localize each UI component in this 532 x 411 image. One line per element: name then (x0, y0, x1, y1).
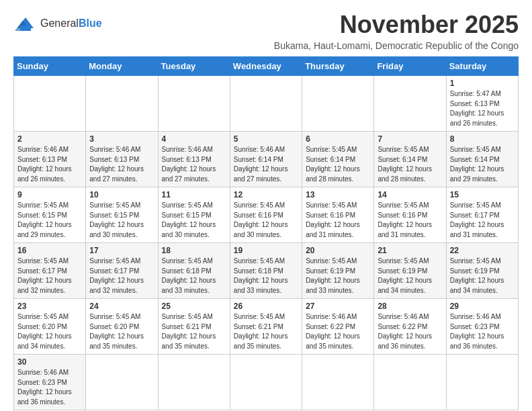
day-info: Sunrise: 5:45 AM Sunset: 6:19 PM Dayligh… (450, 257, 515, 295)
day-number: 29 (450, 302, 515, 311)
day-info: Sunrise: 5:45 AM Sunset: 6:17 PM Dayligh… (89, 257, 154, 295)
day-info: Sunrise: 5:45 AM Sunset: 6:17 PM Dayligh… (17, 257, 82, 295)
day-number: 11 (162, 190, 226, 199)
calendar-cell: 13Sunrise: 5:45 AM Sunset: 6:16 PM Dayli… (302, 187, 374, 243)
day-info: Sunrise: 5:46 AM Sunset: 6:23 PM Dayligh… (450, 312, 515, 351)
calendar-week-row: 1Sunrise: 5:47 AM Sunset: 6:13 PM Daylig… (14, 76, 519, 132)
day-info: Sunrise: 5:45 AM Sunset: 6:14 PM Dayligh… (450, 145, 515, 184)
calendar-cell (374, 355, 446, 410)
weekday-header-sunday: Sunday (14, 57, 86, 76)
day-number: 21 (378, 246, 442, 255)
day-number: 14 (378, 190, 442, 199)
day-number: 23 (17, 302, 82, 311)
calendar-cell: 15Sunrise: 5:45 AM Sunset: 6:17 PM Dayli… (446, 187, 518, 243)
subtitle: Bukama, Haut-Lomami, Democratic Republic… (274, 40, 519, 51)
day-info: Sunrise: 5:47 AM Sunset: 6:13 PM Dayligh… (450, 89, 515, 128)
weekday-header-friday: Friday (374, 57, 446, 76)
calendar-cell: 10Sunrise: 5:45 AM Sunset: 6:15 PM Dayli… (86, 187, 158, 243)
day-number: 20 (306, 246, 370, 255)
day-number: 12 (234, 190, 298, 199)
day-info: Sunrise: 5:45 AM Sunset: 6:19 PM Dayligh… (378, 257, 442, 295)
calendar-cell: 8Sunrise: 5:45 AM Sunset: 6:14 PM Daylig… (446, 132, 518, 187)
day-info: Sunrise: 5:45 AM Sunset: 6:16 PM Dayligh… (306, 201, 370, 240)
day-number: 1 (450, 79, 515, 88)
day-number: 16 (17, 246, 82, 255)
day-info: Sunrise: 5:45 AM Sunset: 6:17 PM Dayligh… (450, 201, 515, 240)
calendar-cell: 17Sunrise: 5:45 AM Sunset: 6:17 PM Dayli… (86, 243, 158, 299)
day-number: 4 (162, 134, 226, 144)
calendar-cell: 27Sunrise: 5:46 AM Sunset: 6:22 PM Dayli… (302, 299, 374, 355)
day-number: 8 (450, 134, 515, 144)
day-number: 3 (89, 134, 154, 144)
day-info: Sunrise: 5:45 AM Sunset: 6:20 PM Dayligh… (17, 312, 82, 351)
title-block: November 2025 Bukama, Haut-Lomami, Democ… (274, 11, 519, 51)
weekday-header-tuesday: Tuesday (158, 57, 230, 76)
weekday-header-monday: Monday (86, 57, 158, 76)
calendar-cell: 9Sunrise: 5:45 AM Sunset: 6:15 PM Daylig… (14, 187, 86, 243)
page-header: GeneralBlue November 2025 Bukama, Haut-L… (13, 11, 519, 51)
calendar-cell (158, 76, 230, 132)
calendar-cell: 23Sunrise: 5:45 AM Sunset: 6:20 PM Dayli… (14, 299, 86, 355)
day-info: Sunrise: 5:46 AM Sunset: 6:22 PM Dayligh… (306, 312, 370, 351)
day-info: Sunrise: 5:45 AM Sunset: 6:16 PM Dayligh… (234, 201, 298, 240)
calendar-cell (446, 355, 518, 410)
day-info: Sunrise: 5:46 AM Sunset: 6:13 PM Dayligh… (162, 145, 226, 184)
logo-text: GeneralBlue (40, 17, 102, 30)
calendar-cell: 24Sunrise: 5:45 AM Sunset: 6:20 PM Dayli… (86, 299, 158, 355)
calendar-cell: 14Sunrise: 5:45 AM Sunset: 6:16 PM Dayli… (374, 187, 446, 243)
weekday-header-thursday: Thursday (302, 57, 374, 76)
calendar-cell (230, 76, 302, 132)
calendar-cell (14, 76, 86, 132)
day-number: 9 (17, 190, 82, 199)
day-info: Sunrise: 5:45 AM Sunset: 6:16 PM Dayligh… (378, 201, 442, 240)
calendar-cell: 22Sunrise: 5:45 AM Sunset: 6:19 PM Dayli… (446, 243, 518, 299)
day-number: 6 (306, 134, 370, 144)
calendar-table: SundayMondayTuesdayWednesdayThursdayFrid… (13, 56, 519, 410)
calendar-cell: 3Sunrise: 5:46 AM Sunset: 6:13 PM Daylig… (86, 132, 158, 187)
day-info: Sunrise: 5:45 AM Sunset: 6:15 PM Dayligh… (89, 201, 154, 240)
day-info: Sunrise: 5:45 AM Sunset: 6:19 PM Dayligh… (306, 257, 370, 295)
day-number: 22 (450, 246, 515, 255)
weekday-header-row: SundayMondayTuesdayWednesdayThursdayFrid… (14, 57, 519, 76)
calendar-cell: 7Sunrise: 5:45 AM Sunset: 6:14 PM Daylig… (374, 132, 446, 187)
calendar-cell: 28Sunrise: 5:46 AM Sunset: 6:22 PM Dayli… (374, 299, 446, 355)
calendar-cell: 29Sunrise: 5:46 AM Sunset: 6:23 PM Dayli… (446, 299, 518, 355)
day-info: Sunrise: 5:45 AM Sunset: 6:21 PM Dayligh… (162, 312, 226, 351)
day-info: Sunrise: 5:45 AM Sunset: 6:15 PM Dayligh… (17, 201, 82, 240)
calendar-cell: 1Sunrise: 5:47 AM Sunset: 6:13 PM Daylig… (446, 76, 518, 132)
calendar-week-row: 2Sunrise: 5:46 AM Sunset: 6:13 PM Daylig… (14, 132, 519, 187)
calendar-cell: 11Sunrise: 5:45 AM Sunset: 6:15 PM Dayli… (158, 187, 230, 243)
calendar-week-row: 16Sunrise: 5:45 AM Sunset: 6:17 PM Dayli… (14, 243, 519, 299)
weekday-header-wednesday: Wednesday (230, 57, 302, 76)
day-info: Sunrise: 5:45 AM Sunset: 6:20 PM Dayligh… (89, 312, 154, 351)
day-info: Sunrise: 5:45 AM Sunset: 6:21 PM Dayligh… (234, 312, 298, 351)
day-info: Sunrise: 5:46 AM Sunset: 6:13 PM Dayligh… (89, 145, 154, 184)
logo-icon (13, 13, 38, 34)
day-number: 18 (162, 246, 226, 255)
day-number: 24 (89, 302, 154, 311)
day-info: Sunrise: 5:45 AM Sunset: 6:18 PM Dayligh… (162, 257, 226, 295)
day-number: 28 (378, 302, 442, 311)
calendar-cell: 12Sunrise: 5:45 AM Sunset: 6:16 PM Dayli… (230, 187, 302, 243)
day-info: Sunrise: 5:45 AM Sunset: 6:15 PM Dayligh… (162, 201, 226, 240)
day-number: 2 (17, 134, 82, 144)
calendar-cell: 20Sunrise: 5:45 AM Sunset: 6:19 PM Dayli… (302, 243, 374, 299)
month-title: November 2025 (274, 11, 519, 39)
day-number: 19 (234, 246, 298, 255)
calendar-cell: 6Sunrise: 5:45 AM Sunset: 6:14 PM Daylig… (302, 132, 374, 187)
calendar-cell: 18Sunrise: 5:45 AM Sunset: 6:18 PM Dayli… (158, 243, 230, 299)
svg-rect-3 (20, 26, 31, 31)
calendar-cell: 30Sunrise: 5:46 AM Sunset: 6:23 PM Dayli… (14, 355, 86, 410)
calendar-cell: 5Sunrise: 5:46 AM Sunset: 6:14 PM Daylig… (230, 132, 302, 187)
calendar-cell (86, 355, 158, 410)
calendar-cell: 2Sunrise: 5:46 AM Sunset: 6:13 PM Daylig… (14, 132, 86, 187)
weekday-header-saturday: Saturday (446, 57, 518, 76)
day-number: 10 (89, 190, 154, 199)
day-number: 5 (234, 134, 298, 144)
day-info: Sunrise: 5:46 AM Sunset: 6:13 PM Dayligh… (17, 145, 82, 184)
day-info: Sunrise: 5:46 AM Sunset: 6:14 PM Dayligh… (234, 145, 298, 184)
calendar-cell: 21Sunrise: 5:45 AM Sunset: 6:19 PM Dayli… (374, 243, 446, 299)
day-info: Sunrise: 5:46 AM Sunset: 6:22 PM Dayligh… (378, 312, 442, 351)
logo: GeneralBlue (13, 13, 102, 34)
day-number: 13 (306, 190, 370, 199)
